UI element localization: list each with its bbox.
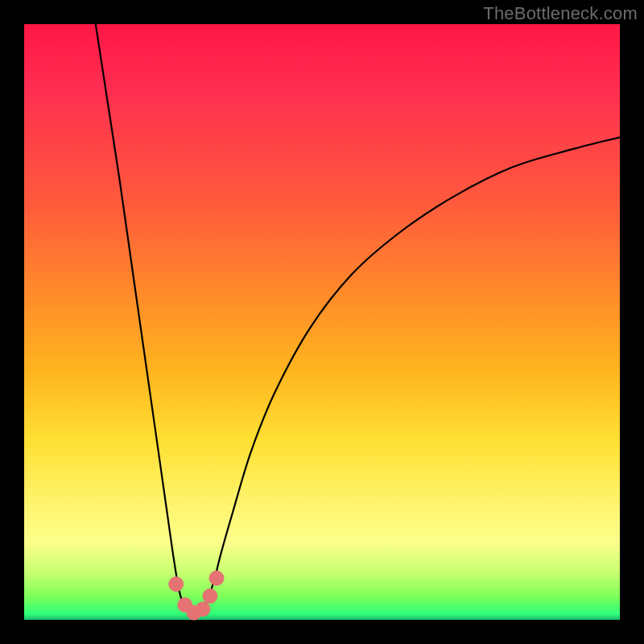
plot-area bbox=[24, 24, 620, 620]
highlight-marker bbox=[196, 602, 210, 617]
watermark-text: TheBottleneck.com bbox=[483, 3, 638, 24]
highlight-marker bbox=[203, 588, 217, 603]
curve-svg bbox=[24, 24, 620, 620]
highlight-marker bbox=[209, 571, 224, 585]
chart-frame: TheBottleneck.com bbox=[0, 0, 644, 644]
bottleneck-curve bbox=[96, 24, 620, 615]
highlight-markers bbox=[169, 571, 224, 620]
highlight-marker bbox=[169, 577, 184, 592]
